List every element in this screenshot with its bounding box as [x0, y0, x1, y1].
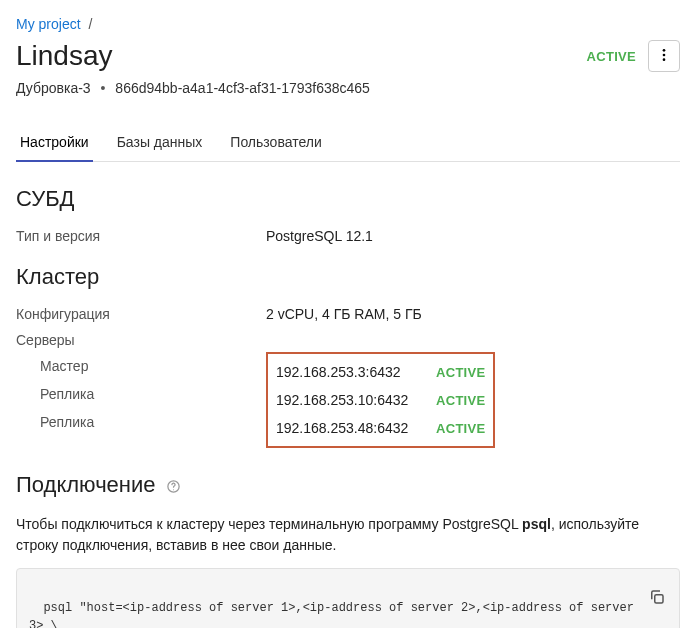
- cluster-uuid: 866d94bb-a4a1-4cf3-af31-1793f638c465: [115, 80, 370, 96]
- tabs: Настройки Базы данных Пользователи: [16, 124, 680, 162]
- svg-point-2: [663, 58, 666, 61]
- server-status: ACTIVE: [436, 393, 485, 408]
- server-address: 192.168.253.10:6432: [276, 392, 436, 408]
- connection-code-block: psql "host=<ip-address of server 1>,<ip-…: [16, 568, 680, 628]
- connection-description: Чтобы подключиться к кластеру через терм…: [16, 514, 680, 556]
- connection-code: psql "host=<ip-address of server 1>,<ip-…: [29, 601, 641, 628]
- tab-databases[interactable]: Базы данных: [113, 124, 207, 162]
- page-header: Lindsay ACTIVE: [16, 40, 680, 72]
- server-address: 192.168.253.3:6432: [276, 364, 436, 380]
- server-role-row: Реплика: [16, 408, 266, 436]
- server-role: Реплика: [16, 414, 266, 430]
- breadcrumb-project-link[interactable]: My project: [16, 16, 81, 32]
- server-role: Мастер: [16, 358, 266, 374]
- page-title: Lindsay: [16, 40, 113, 72]
- server-role-row: Мастер: [16, 352, 266, 380]
- svg-point-4: [173, 489, 174, 490]
- server-status: ACTIVE: [436, 365, 485, 380]
- servers-block: Серверы Мастер Реплика Реплика 192.168.2…: [16, 332, 680, 448]
- server-row: 192.168.253.3:6432 ACTIVE: [276, 358, 485, 386]
- servers-label: Серверы: [16, 332, 266, 348]
- server-row: 192.168.253.10:6432 ACTIVE: [276, 386, 485, 414]
- copy-button[interactable]: [643, 577, 671, 605]
- server-address: 192.168.253.48:6432: [276, 420, 436, 436]
- section-connection-heading: Подключение: [16, 472, 680, 498]
- more-menu-button[interactable]: [648, 40, 680, 72]
- cluster-config-value: 2 vCPU, 4 ГБ RAM, 5 ГБ: [266, 306, 422, 322]
- server-row: 192.168.253.48:6432 ACTIVE: [276, 414, 485, 442]
- cluster-config-label: Конфигурация: [16, 306, 266, 322]
- connection-tool: psql: [522, 516, 551, 532]
- dbms-type-value: PostgreSQL 12.1: [266, 228, 373, 244]
- server-role: Реплика: [16, 386, 266, 402]
- tab-users[interactable]: Пользователи: [226, 124, 325, 162]
- help-icon[interactable]: [166, 479, 181, 494]
- svg-point-1: [663, 53, 666, 56]
- section-cluster-heading: Кластер: [16, 264, 680, 290]
- dbms-type-row: Тип и версия PostgreSQL 12.1: [16, 228, 680, 244]
- zone-label: Дубровка-3: [16, 80, 91, 96]
- svg-point-0: [663, 49, 666, 52]
- cluster-config-row: Конфигурация 2 vCPU, 4 ГБ RAM, 5 ГБ: [16, 306, 680, 322]
- dbms-type-label: Тип и версия: [16, 228, 266, 244]
- tab-settings[interactable]: Настройки: [16, 124, 93, 162]
- section-dbms-heading: СУБД: [16, 186, 680, 212]
- server-role-row: Реплика: [16, 380, 266, 408]
- copy-icon: [648, 558, 666, 624]
- breadcrumb: My project /: [16, 16, 680, 32]
- more-vertical-icon: [656, 47, 672, 66]
- svg-rect-5: [655, 595, 663, 603]
- dot-separator: •: [101, 80, 106, 96]
- status-badge: ACTIVE: [587, 49, 636, 64]
- servers-highlight-box: 192.168.253.3:6432 ACTIVE 192.168.253.10…: [266, 352, 495, 448]
- cluster-subline: Дубровка-3 • 866d94bb-a4a1-4cf3-af31-179…: [16, 80, 680, 96]
- server-status: ACTIVE: [436, 421, 485, 436]
- breadcrumb-separator: /: [88, 16, 92, 32]
